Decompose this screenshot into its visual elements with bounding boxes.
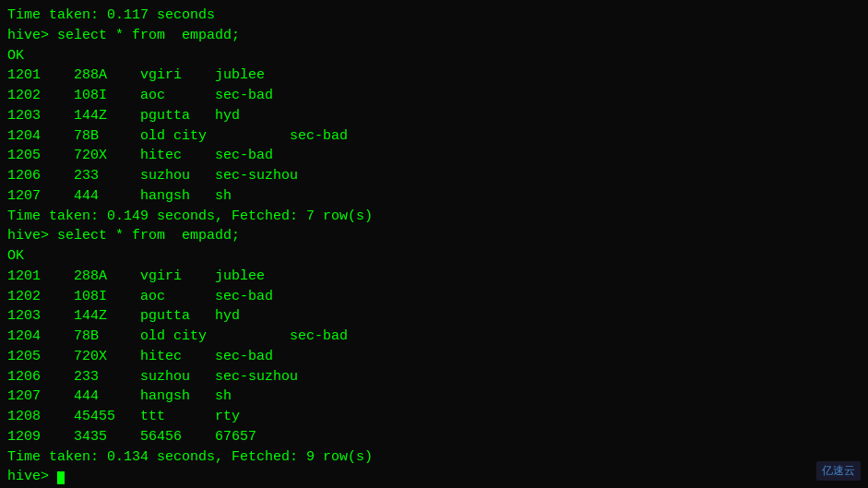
terminal-line: 1205 720X hitec sec-bad <box>7 146 861 166</box>
terminal-line: 1207 444 hangsh sh <box>7 186 861 207</box>
terminal-output: Time taken: 0.117 secondshive> select * … <box>7 6 861 487</box>
terminal-window: Time taken: 0.117 secondshive> select * … <box>0 0 868 488</box>
terminal-line: hive> select * from empadd; <box>7 226 861 246</box>
terminal-line: hive> <box>7 467 861 487</box>
terminal-line: OK <box>7 46 861 66</box>
terminal-line: 1201 288A vgiri jublee <box>7 267 861 287</box>
terminal-line: Time taken: 0.149 seconds, Fetched: 7 ro… <box>7 207 861 227</box>
terminal-line: 1203 144Z pgutta hyd <box>7 106 861 126</box>
terminal-line: 1201 288A vgiri jublee <box>7 65 861 86</box>
terminal-line: 1204 78B old city sec-bad <box>7 126 861 147</box>
watermark-badge: 亿速云 <box>816 461 861 481</box>
terminal-line: hive> select * from empadd; <box>7 26 861 46</box>
terminal-line: 1205 720X hitec sec-bad <box>7 347 861 367</box>
terminal-line: 1206 233 suzhou sec-suzhou <box>7 367 861 387</box>
terminal-line: Time taken: 0.134 seconds, Fetched: 9 ro… <box>7 447 861 468</box>
terminal-line: 1206 233 suzhou sec-suzhou <box>7 166 861 186</box>
terminal-line: 1202 108I aoc sec-bad <box>7 86 861 106</box>
terminal-line: Time taken: 0.117 seconds <box>7 6 861 26</box>
terminal-line: 1202 108I aoc sec-bad <box>7 287 861 307</box>
terminal-line: OK <box>7 246 861 267</box>
cursor <box>57 471 65 484</box>
terminal-line: 1204 78B old city sec-bad <box>7 327 861 347</box>
terminal-line: 1209 3435 56456 67657 <box>7 427 861 447</box>
terminal-line: 1207 444 hangsh sh <box>7 387 861 407</box>
terminal-line: 1208 45455 ttt rty <box>7 407 861 427</box>
terminal-line: 1203 144Z pgutta hyd <box>7 306 861 327</box>
